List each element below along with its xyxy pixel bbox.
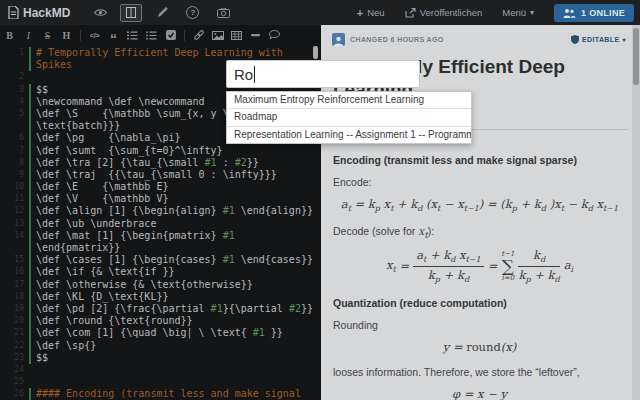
bold-button[interactable]: B: [0, 27, 19, 43]
line-number: 15: [0, 254, 24, 266]
checklist-button[interactable]: [161, 27, 180, 43]
code-line: 17\def \otherwise {& \text{otherwise}}: [0, 279, 320, 291]
avatar-icon: [332, 33, 345, 46]
change-bar-indicator: [29, 218, 31, 230]
nav-utilities: ?: [186, 6, 230, 19]
line-number: 4: [0, 96, 24, 108]
suggestion-item[interactable]: Roadmap: [227, 109, 471, 126]
code-line: 24: [0, 364, 320, 376]
minus-icon: [251, 34, 260, 37]
suggestion-item[interactable]: Maximum Entropy Reinforcement Learning: [227, 92, 471, 109]
check-square-icon: [166, 30, 176, 40]
comment-button[interactable]: [265, 27, 284, 43]
code-text: \def \if {& \text{if }}: [36, 266, 174, 278]
code-text: \def \com [1] {\quad \big| \ \text{ #1 }…: [36, 327, 283, 339]
quote-button[interactable]: “: [104, 24, 123, 47]
quantization-heading: Quantization (reduce computation): [333, 297, 626, 309]
decode-equation: xt = at + kd xt−1kp + kd = t−1∑i=0 kdkp …: [333, 248, 626, 284]
menu-button[interactable]: Menü ▾: [502, 7, 534, 18]
change-bar-indicator: [29, 279, 31, 291]
code-line: \end{pmatrix}}: [0, 242, 320, 254]
image-button[interactable]: [208, 27, 227, 43]
nav-right: + Neu Veröffentlichen Menü ▾ 1 ONLINE: [357, 4, 634, 22]
code-text: \def \S {\mathbb \sum_{x, y \in: [36, 108, 241, 120]
change-bar-indicator: [29, 340, 31, 352]
hackmd-app: HackMD ?: [0, 0, 640, 400]
code-line: 7\def \sumt {\sum_{t=0}^\infty}: [0, 145, 320, 157]
help-button[interactable]: ?: [186, 6, 199, 19]
change-bar-indicator: [29, 266, 31, 278]
encode-label: Encode:: [333, 176, 626, 188]
code-line: 15\def \cases [1] {\begin{cases} #1 \end…: [0, 254, 320, 266]
view-mode-split-button[interactable]: [120, 4, 142, 22]
unordered-list-button[interactable]: [123, 27, 142, 43]
file-icon: [8, 6, 19, 19]
strikethrough-button[interactable]: S: [38, 27, 57, 43]
online-count-label: 1 ONLINE: [581, 8, 625, 18]
view-mode-group: [90, 4, 172, 22]
code-text: \def \align [1] {\begin{align} #1 \end{a…: [36, 205, 313, 217]
editor-scrollbar-thumb[interactable]: [313, 46, 318, 59]
line-number: 17: [0, 279, 24, 291]
line-number: 26: [0, 388, 24, 400]
suggestion-item[interactable]: Representation Learning -- Assignment 1 …: [227, 127, 471, 143]
change-bar-indicator: [29, 352, 31, 364]
new-note-button[interactable]: + Neu: [357, 7, 385, 19]
encoding-heading: Encoding (transmit less and make signal …: [333, 154, 626, 166]
change-bar-indicator: [29, 230, 31, 242]
looses-text: looses information. Therefore, we store …: [333, 366, 626, 378]
line-number: 21: [0, 327, 24, 339]
italic-button[interactable]: I: [19, 27, 38, 43]
line-number: 13: [0, 218, 24, 230]
change-bar-indicator: [29, 388, 31, 400]
code-line: 14\def \mat [1] {\begin{pmatrix} #1: [0, 230, 320, 242]
brand-logo[interactable]: HackMD: [8, 6, 70, 20]
new-note-label: Neu: [367, 7, 384, 18]
format-toolbar: B I S H </> “: [0, 25, 320, 45]
heading-button[interactable]: H: [57, 27, 76, 43]
change-bar-indicator: [29, 96, 31, 108]
change-bar-indicator: [29, 205, 31, 217]
text-caret: [254, 66, 255, 83]
caret-down-icon: ▾: [530, 8, 534, 17]
change-bar-indicator: [29, 254, 31, 266]
ordered-list-button[interactable]: [142, 27, 161, 43]
permission-dropdown[interactable]: EDITABLE ▾: [571, 35, 626, 44]
link-button[interactable]: [189, 27, 208, 43]
changed-label: CHANGED 6 HOURS AGO: [350, 36, 444, 43]
line-number: 6: [0, 132, 24, 144]
code-text: \def \KL {D_\text{KL}}: [36, 291, 168, 303]
line-number: 20: [0, 315, 24, 327]
code-text: Spikes: [36, 59, 72, 71]
table-icon: [231, 31, 242, 40]
snapshot-button[interactable]: [217, 8, 230, 18]
line-number: 22: [0, 340, 24, 352]
code-text: # Temporally Efficient Deep Learning wit…: [36, 47, 283, 59]
code-text: \def \E {\mathbb E}: [36, 181, 168, 193]
code-text: \def \pg {\nabla_\pi}: [36, 132, 181, 144]
rounding-label: Rounding: [333, 319, 626, 331]
plus-icon: +: [357, 7, 363, 19]
shield-icon: [571, 35, 579, 44]
line-number: 19: [0, 303, 24, 315]
preview-scrollbar-thumb[interactable]: [633, 28, 639, 85]
publish-button[interactable]: Veröffentlichen: [405, 7, 483, 18]
table-button[interactable]: [227, 27, 246, 43]
horizontal-rule-button[interactable]: [246, 27, 265, 43]
code-line: 26#### Encoding (transmit less and make …: [0, 388, 320, 400]
code-text: \def \traj {{\tau_{\small 0 : \infty}}}: [36, 169, 277, 181]
code-button[interactable]: </>: [85, 27, 104, 43]
image-icon: [212, 31, 224, 40]
online-button[interactable]: 1 ONLINE: [554, 4, 634, 22]
change-bar-indicator: [29, 291, 31, 303]
code-text: \def \round {\text{round}}: [36, 315, 193, 327]
line-number: 14: [0, 230, 24, 242]
code-text: \def \ub \underbrace: [36, 218, 156, 230]
view-mode-view-button[interactable]: [90, 5, 110, 21]
line-number: 12: [0, 205, 24, 217]
code-line: 13\def \ub \underbrace: [0, 218, 320, 230]
search-input[interactable]: Ro: [226, 60, 420, 88]
view-mode-edit-button[interactable]: [152, 5, 172, 21]
line-number: 3: [0, 84, 24, 96]
line-number: 24: [0, 364, 24, 376]
